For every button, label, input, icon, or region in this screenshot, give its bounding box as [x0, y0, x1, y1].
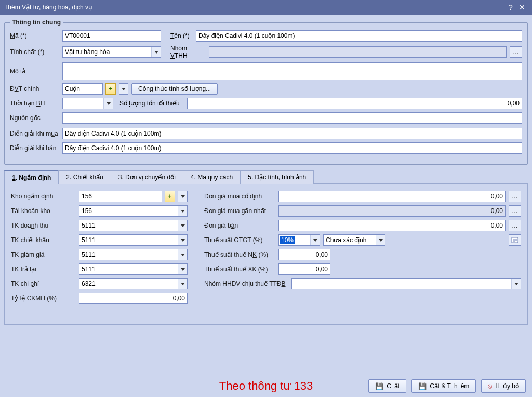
costacct-label: TK chi phí — [11, 280, 76, 287]
nk-label: Thuế suất thuế NK (%) — [200, 251, 275, 258]
code-input[interactable] — [62, 30, 161, 42]
defwh-input[interactable] — [79, 191, 162, 202]
xk-label: Thuế suất thuế XK (%) — [200, 266, 275, 273]
revacct-label: TK doanh thu — [11, 222, 76, 229]
chevron-down-icon[interactable] — [178, 279, 187, 289]
sellprice-label: Đơn giá bán — [200, 222, 275, 229]
revacct-input[interactable] — [79, 220, 188, 231]
costacct-input[interactable] — [79, 278, 188, 289]
vat-note-button[interactable] — [509, 234, 521, 246]
chevron-down-icon[interactable] — [151, 47, 161, 57]
whacct-label: Tài khoản kho — [11, 207, 76, 215]
lastbuy-input — [278, 205, 506, 217]
uom-combo[interactable] — [62, 83, 103, 95]
save-button[interactable]: 💾 Cất — [368, 379, 406, 393]
tab-uom-convert[interactable]: 3. Đơn vị chuyển đổi — [111, 170, 183, 184]
returnacct-input[interactable] — [79, 263, 188, 275]
tab-image[interactable]: 5. Đặc tính, hình ảnh — [240, 170, 314, 184]
save-add-icon: 💾 — [418, 382, 427, 390]
save-icon: 💾 — [375, 382, 383, 390]
ttdb-field[interactable] — [291, 278, 521, 289]
tab-discount[interactable]: 2. Chiết khấu — [58, 170, 111, 184]
reducacct-input[interactable] — [79, 249, 188, 260]
add-wh-button[interactable]: + — [165, 191, 175, 202]
vat-combo[interactable]: 10% — [278, 234, 320, 246]
chevron-down-icon[interactable] — [178, 249, 187, 260]
add-uom-button[interactable]: + — [105, 83, 116, 95]
uom-field[interactable] — [62, 83, 103, 95]
sellprice-input[interactable] — [278, 220, 506, 231]
chevron-down-icon[interactable] — [178, 220, 187, 231]
uom-label: ĐVT chính — [10, 85, 59, 92]
ttdb-combo[interactable] — [291, 278, 521, 289]
selldesc-input[interactable] — [62, 142, 522, 154]
group-label: Nhóm VTHH — [164, 45, 206, 59]
uom-drop[interactable] — [119, 83, 128, 95]
chevron-down-icon[interactable] — [178, 235, 187, 245]
watermark-text: Theo thông tư 133 — [219, 379, 313, 393]
vat-value: 10% — [280, 236, 295, 244]
discacct-label: TK chiết khấu — [11, 236, 76, 244]
desc-label: Mô tả — [10, 68, 59, 75]
chevron-down-icon[interactable] — [103, 98, 113, 109]
tab-spec[interactable]: 4. Mã quy cách — [183, 170, 241, 184]
minqty-label: Số lượng tồn tối thiểu — [116, 100, 184, 107]
name-input[interactable] — [196, 30, 522, 42]
defwh-label: Kho ngầm định — [11, 193, 76, 200]
tabpanel-default: Kho ngầm định + Tài khoản kho TK doanh t… — [4, 184, 528, 325]
buydesc-label: Diễn giải khi mua — [10, 130, 59, 137]
xk-input[interactable] — [278, 263, 330, 275]
discacct-input[interactable] — [79, 234, 188, 246]
cancel-button[interactable]: ⦸ Hủy bỏ — [481, 379, 526, 393]
ttdb-label: Nhóm HHDV chịu thuế TTĐB — [200, 280, 288, 287]
returnacct-label: TK trả lại — [11, 266, 76, 273]
window-title: Thêm Vật tư, hàng hóa, dịch vụ — [4, 4, 505, 11]
titlebar: Thêm Vật tư, hàng hóa, dịch vụ ? ✕ — [0, 0, 532, 15]
chevron-down-icon[interactable] — [178, 264, 187, 274]
chevron-down-icon[interactable] — [511, 279, 521, 289]
close-icon[interactable]: ✕ — [516, 3, 528, 11]
qty-formula-button[interactable]: Công thức tính số lượng... — [131, 83, 218, 95]
lastbuy-browse[interactable]: … — [509, 205, 521, 217]
type-label: Tính chất (*) — [10, 48, 59, 56]
general-legend: Thông tin chung — [10, 19, 63, 26]
warranty-label: Thời hạn BH — [10, 100, 59, 107]
whacct-input[interactable] — [79, 205, 188, 217]
tabstrip: 1. Ngầm định 2. Chiết khấu 3. Đơn vị chu… — [4, 170, 528, 184]
minqty-input[interactable] — [187, 98, 522, 109]
type-combo[interactable] — [62, 46, 161, 58]
name-label: Tên (*) — [164, 32, 193, 39]
selldesc-label: Diễn giải khi bán — [10, 144, 59, 152]
origin-input[interactable] — [62, 112, 522, 124]
fixedbuy-label: Đơn giá mua cố định — [200, 193, 275, 200]
chevron-down-icon[interactable] — [376, 235, 385, 245]
warranty-combo[interactable] — [62, 98, 113, 109]
chevron-down-icon[interactable] — [178, 206, 187, 216]
sellprice-browse[interactable]: … — [509, 220, 521, 231]
help-icon[interactable]: ? — [505, 3, 516, 11]
chevron-down-icon[interactable] — [310, 235, 320, 245]
chevron-down-icon[interactable] — [178, 191, 188, 202]
fixedbuy-browse[interactable]: … — [509, 191, 521, 202]
nk-input[interactable] — [278, 249, 330, 260]
general-info-group: Thông tin chung MMã (*)ã (*) Tên (*) Tín… — [4, 19, 528, 165]
cancel-icon: ⦸ — [488, 382, 492, 390]
group-browse-button[interactable]: … — [510, 46, 522, 58]
type-field[interactable] — [62, 46, 161, 58]
chevron-down-icon[interactable] — [119, 83, 128, 95]
lastbuy-label: Đơn giá mua gần nhất — [200, 207, 275, 215]
ckmh-input[interactable] — [79, 293, 188, 304]
origin-label: Nguồn gốc — [10, 114, 59, 122]
reducacct-label: TK giảm giá — [11, 251, 76, 258]
vat-status-combo[interactable] — [323, 234, 385, 246]
code-label: MMã (*)ã (*) — [10, 32, 59, 39]
buydesc-input[interactable] — [62, 128, 522, 139]
group-input[interactable] — [209, 46, 507, 58]
save-add-button[interactable]: 💾 Cất & Thêm — [411, 379, 476, 393]
vat-label: Thuế suất GTGT (%) — [200, 236, 275, 244]
ckmh-label: Tỷ lệ CKMH (%) — [11, 295, 76, 302]
desc-input[interactable] — [62, 62, 522, 80]
fixedbuy-input[interactable] — [278, 191, 506, 202]
tab-default[interactable]: 1. Ngầm định — [4, 170, 59, 184]
